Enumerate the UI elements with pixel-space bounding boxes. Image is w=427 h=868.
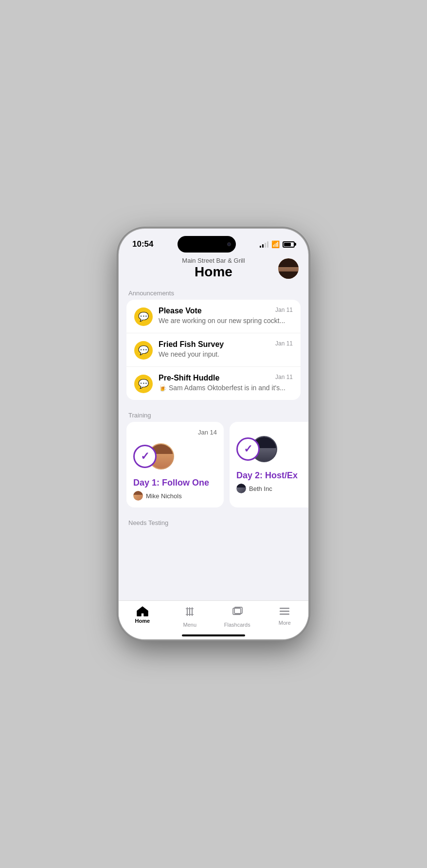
menu-icon [184, 606, 196, 620]
bottom-nav: Home Menu [119, 600, 308, 639]
instructor-avatar-2 [236, 484, 246, 493]
instructor-name-1: Mike Nichols [146, 492, 182, 500]
nav-item-more[interactable]: More [261, 606, 309, 626]
restaurant-name: Main Street Bar & Grill [149, 257, 278, 264]
battery-icon [283, 241, 295, 248]
training-card-title-1: Day 1: Follow One [133, 478, 217, 488]
svg-rect-5 [280, 608, 289, 609]
flashcards-icon [231, 606, 243, 620]
announcement-date-3: Jan 11 [275, 374, 293, 380]
nav-label-home: Home [135, 618, 150, 624]
announcement-title-2: Fried Fish Survey [159, 340, 268, 349]
training-card-2[interactable]: ✓ Day 2: Host/Ex [230, 422, 308, 507]
home-svg-icon [137, 606, 148, 616]
nav-label-flashcards: Flashcards [224, 622, 250, 628]
dynamic-island [178, 236, 236, 253]
check-circle-1: ✓ [133, 445, 157, 468]
announcement-item[interactable]: 💬 Jan 11 Please Vote We are working on o… [126, 300, 301, 333]
announcement-content-2: Jan 11 Fried Fish Survey We need your in… [159, 340, 293, 358]
announcement-date-1: Jan 11 [275, 307, 293, 313]
status-bar: 10:54 📶 [119, 229, 308, 253]
signal-icon [260, 241, 268, 248]
nav-label-menu: Menu [183, 622, 196, 628]
home-icon [137, 606, 148, 616]
announcement-date-2: Jan 11 [275, 340, 293, 347]
page-title: Home [149, 264, 278, 280]
announcement-body-2: We need your input. [159, 350, 293, 358]
instructor-name-2: Beth Inc [249, 485, 272, 492]
announcement-body-1: We are working on our new spring cockt..… [159, 317, 293, 325]
status-icons: 📶 [260, 240, 295, 248]
announcements-card: 💬 Jan 11 Please Vote We are working on o… [126, 300, 301, 400]
training-card-1[interactable]: Jan 14 ✓ Day 1: Fol [126, 422, 224, 507]
training-card-title-2: Day 2: Host/Ex [236, 470, 308, 481]
announcement-icon-3: 💬 [134, 375, 153, 393]
training-instructor-1: Mike Nichols [133, 491, 217, 501]
check-mark-2: ✓ [244, 443, 252, 455]
more-icon [279, 606, 290, 618]
training-avatars-1: ✓ [133, 442, 217, 471]
announcement-body-3: 🍺 Sam Adams Oktoberfest is in and it's..… [159, 384, 293, 392]
announcements-section-label: Announcements [119, 286, 308, 300]
dynamic-island-dot [227, 242, 231, 246]
nav-item-menu[interactable]: Menu [166, 606, 214, 628]
home-indicator [182, 634, 245, 636]
wifi-icon: 📶 [271, 240, 280, 248]
announcement-item[interactable]: 💬 Jan 11 Fried Fish Survey We need your … [126, 333, 301, 367]
announcement-icon-2: 💬 [134, 341, 153, 360]
training-instructor-2: Beth Inc [236, 484, 308, 493]
training-avatars-2: ✓ [236, 434, 308, 464]
announcement-title-1: Please Vote [159, 307, 268, 315]
announcement-content-3: Jan 11 Pre-Shift Huddle 🍺 Sam Adams Okto… [159, 374, 293, 392]
needs-testing-section-label: Needs Testing [119, 515, 308, 529]
announcement-content-1: Jan 11 Please Vote We are working on our… [159, 307, 293, 325]
user-avatar[interactable] [278, 258, 299, 279]
announcement-item[interactable]: 💬 Jan 11 Pre-Shift Huddle 🍺 Sam Adams Ok… [126, 367, 301, 400]
svg-rect-7 [280, 614, 289, 615]
nav-item-home[interactable]: Home [119, 606, 166, 624]
instructor-avatar-1 [133, 491, 143, 501]
header: Main Street Bar & Grill Home [119, 253, 308, 286]
scroll-area: Announcements 💬 Jan 11 Please Vote We ar… [119, 286, 308, 639]
training-section-label: Training [119, 408, 308, 422]
nav-label-more: More [279, 620, 291, 626]
check-mark-1: ✓ [141, 450, 149, 463]
header-text: Main Street Bar & Grill Home [149, 257, 278, 280]
training-scroll: Jan 14 ✓ Day 1: Fol [119, 422, 308, 507]
check-circle-2: ✓ [236, 437, 260, 461]
svg-rect-6 [280, 611, 289, 612]
status-time: 10:54 [132, 239, 153, 249]
nav-item-flashcards[interactable]: Flashcards [214, 606, 261, 628]
announcement-icon-1: 💬 [134, 307, 153, 326]
announcement-title-3: Pre-Shift Huddle [159, 374, 268, 382]
training-date-1: Jan 14 [133, 429, 217, 436]
